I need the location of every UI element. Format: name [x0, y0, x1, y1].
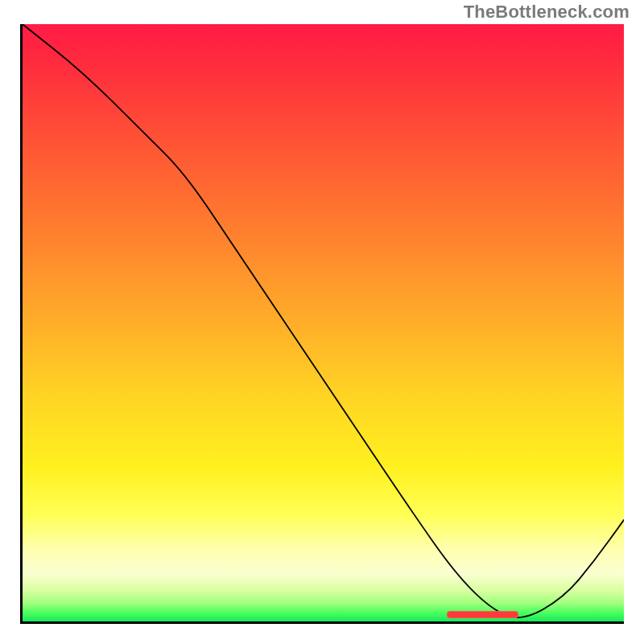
bottleneck-curve	[23, 24, 624, 621]
attribution-text: TheBottleneck.com	[464, 2, 630, 23]
optimal-range-marker	[447, 611, 519, 618]
plot-area	[20, 24, 624, 624]
optimal-range-label	[447, 611, 519, 618]
chart-container: TheBottleneck.com	[0, 0, 644, 644]
